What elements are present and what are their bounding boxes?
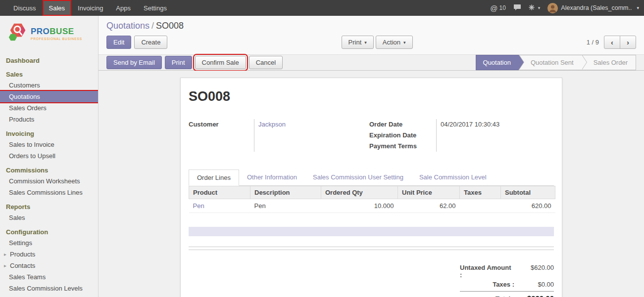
pager-next-button[interactable]: › <box>620 36 636 49</box>
mention-count: 10 <box>499 4 505 11</box>
customer-field-group: Customer Jackpson <box>189 119 369 152</box>
sidebar-item-products[interactable]: Products <box>0 114 98 125</box>
pager: ‹ › <box>604 36 636 49</box>
user-name: Alexandra (Sales_comm.. <box>561 4 632 11</box>
top-menu: Discuss Sales Invoicing Apps Settings <box>7 0 173 16</box>
breadcrumb-current: SO008 <box>156 21 184 31</box>
sidebar-item-sales-report[interactable]: Sales <box>0 212 98 223</box>
messages-button[interactable] <box>513 4 521 12</box>
step-sales-order[interactable]: Sales Order <box>582 55 636 70</box>
customer-value-link[interactable]: Jackpson <box>258 121 286 128</box>
column-header-subtotal: Subtotal <box>501 186 555 199</box>
customer-label: Customer <box>189 119 254 130</box>
breadcrumb-quotations[interactable]: Quotations <box>106 21 149 31</box>
tab-sales-commission-user-setting[interactable]: Sales Commission User Setting <box>305 170 411 186</box>
top-menu-apps[interactable]: Apps <box>109 0 137 16</box>
table-header-row: Product Description Ordered Qty Unit Pri… <box>189 186 555 199</box>
sidebar-item-commission-worksheets[interactable]: Commission Worksheets <box>0 175 98 187</box>
field-groups: Customer Jackpson Order Date Expiration … <box>189 119 554 152</box>
ordered-qty-cell: 10.000 <box>321 199 398 213</box>
sidebar-item-sales-teams[interactable]: Sales Teams <box>0 271 98 283</box>
sidebar-section-configuration[interactable]: Configuration <box>0 226 98 237</box>
payment-terms-value <box>441 141 499 152</box>
create-button[interactable]: Create <box>134 36 167 49</box>
total-label: Total : <box>495 295 514 297</box>
sidebar-item-sales-commissions-lines[interactable]: Sales Commissions Lines <box>0 187 98 198</box>
action-dropdown[interactable]: Action▾ <box>376 36 413 49</box>
user-menu[interactable]: Alexandra (Sales_comm.. ▾ <box>547 3 639 13</box>
top-menu-invoicing[interactable]: Invoicing <box>71 0 109 16</box>
control-panel: Edit Create Print▾ Action▾ 1 / 9 ‹ › <box>99 31 644 53</box>
sidebar-item-sales-commission-levels[interactable]: Sales Commission Levels <box>0 283 98 294</box>
sidebar-item-orders-to-upsell[interactable]: Orders to Upsell <box>0 150 98 162</box>
print-dropdown[interactable]: Print▾ <box>342 36 374 49</box>
top-bar: Discuss Sales Invoicing Apps Settings @ … <box>0 0 644 16</box>
tab-other-information[interactable]: Other Information <box>239 170 305 186</box>
sidebar-item-settings[interactable]: Settings <box>0 237 98 249</box>
step-quotation[interactable]: Quotation <box>476 55 519 70</box>
sidebar: PROBUSE PROFESSIONAL BUSINESS Dashboard … <box>0 16 99 297</box>
systray: @ 10 ▾ Alexandra (Sales_comm.. ▾ <box>490 3 639 13</box>
tab-sale-commission-level[interactable]: Sale Commission Level <box>411 170 495 186</box>
totals-block: Untaxed Amount : $620.00 Taxes : $0.00 T… <box>460 263 554 297</box>
caret-right-icon: ▸ <box>4 252 8 257</box>
sidebar-section-invoicing[interactable]: Invoicing <box>0 128 98 139</box>
form-area: SO008 Customer Jackpson Order Date E <box>99 71 644 297</box>
logo-subtitle: PROFESSIONAL BUSINESS <box>31 37 82 41</box>
sidebar-item-products-config[interactable]: ▸Products <box>0 249 98 260</box>
mention-counter[interactable]: @ 10 <box>490 4 506 12</box>
tab-order-lines[interactable]: Order Lines <box>189 170 239 186</box>
page-title: SO008 <box>189 89 554 104</box>
chat-bubble-icon <box>513 4 521 12</box>
notebook-tabs: Order Lines Other Information Sales Comm… <box>189 170 554 186</box>
asterisk-menu[interactable]: ▾ <box>529 4 541 12</box>
sidebar-item-contacts[interactable]: ▸Contacts <box>0 260 98 271</box>
sidebar-section-commissions[interactable]: Commissions <box>0 165 98 175</box>
sidebar-item-dashboard[interactable]: Dashboard <box>0 55 98 66</box>
taxes-value: $0.00 <box>514 281 554 288</box>
sidebar-section-sales[interactable]: Sales <box>0 69 98 80</box>
probuse-logo: PROBUSE PROFESSIONAL BUSINESS <box>0 16 98 52</box>
send-by-email-button[interactable]: Send by Email <box>106 56 162 69</box>
chevron-left-icon: ‹ <box>611 38 613 46</box>
chevron-right-icon: › <box>627 38 629 46</box>
step-quotation-sent[interactable]: Quotation Sent <box>519 55 582 70</box>
caret-down-icon: ▾ <box>403 40 406 45</box>
description-cell: Pen <box>250 199 321 213</box>
probuse-logo-icon <box>7 23 28 44</box>
order-line-row[interactable]: Pen Pen 10.000 62.00 620.00 <box>189 199 555 213</box>
sidebar-section-reports[interactable]: Reports <box>0 201 98 212</box>
edit-button[interactable]: Edit <box>106 36 131 49</box>
product-link[interactable]: Pen <box>193 202 204 210</box>
dates-field-group: Order Date Expiration Date Payment Terms… <box>369 119 554 152</box>
column-header-description: Description <box>250 186 321 199</box>
payment-terms-label: Payment Terms <box>369 141 436 152</box>
avatar <box>547 3 558 13</box>
pager-counter: 1 / 9 <box>587 39 599 46</box>
sidebar-item-customers[interactable]: Customers <box>0 80 98 91</box>
status-bar: Send by Email Print Confirm Sale Cancel … <box>99 54 644 71</box>
column-header-unit-price: Unit Price <box>398 186 460 199</box>
taxes-cell <box>460 199 501 213</box>
sidebar-item-sales-orders[interactable]: Sales Orders <box>0 102 98 114</box>
expiration-date-value <box>441 130 499 141</box>
unit-price-cell: 62.00 <box>398 199 460 213</box>
sidebar-item-sales-to-invoice[interactable]: Sales to Invoice <box>0 139 98 150</box>
top-menu-sales[interactable]: Sales <box>43 0 72 16</box>
asterisk-icon <box>529 4 535 12</box>
form-sheet: SO008 Customer Jackpson Order Date E <box>180 78 562 297</box>
order-date-value: 04/20/2017 10:30:43 <box>441 119 499 130</box>
cancel-button[interactable]: Cancel <box>249 56 283 69</box>
pager-previous-button[interactable]: ‹ <box>604 36 620 49</box>
top-menu-settings[interactable]: Settings <box>137 0 173 16</box>
sidebar-item-quotations[interactable]: Quotations <box>0 91 98 102</box>
state-steps: Quotation Quotation Sent Sales Order <box>476 55 636 70</box>
print-button[interactable]: Print <box>165 56 192 69</box>
untaxed-amount-label: Untaxed Amount : <box>460 264 515 279</box>
logo-title: PROBUSE <box>31 27 82 37</box>
top-menu-discuss[interactable]: Discuss <box>7 0 43 16</box>
mention-icon: @ <box>490 4 497 12</box>
empty-list-row <box>189 227 554 236</box>
breadcrumb-separator: / <box>151 21 154 31</box>
confirm-sale-button[interactable]: Confirm Sale <box>195 56 246 69</box>
